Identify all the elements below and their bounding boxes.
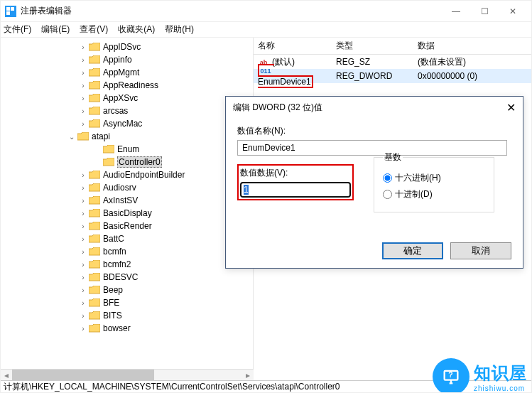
tree-horizontal-scrollbar[interactable]: ◂ ▸: [1, 369, 254, 380]
tree-item-appreadiness[interactable]: ›AppReadiness: [1, 79, 253, 92]
folder-icon: [89, 247, 100, 256]
folder-icon: [89, 222, 100, 230]
expand-toggle-icon[interactable]: ›: [77, 197, 89, 205]
scroll-thumb[interactable]: [12, 370, 154, 380]
close-button[interactable]: ✕: [499, 1, 527, 22]
menu-help[interactable]: 帮助(H): [165, 23, 194, 36]
tree-item-appinfo[interactable]: ›Appinfo: [1, 53, 253, 66]
value-type: REG_SZ: [332, 57, 413, 67]
menu-favorites[interactable]: 收藏夹(A): [118, 23, 155, 36]
expand-toggle-icon[interactable]: ›: [77, 235, 89, 243]
expand-toggle-icon[interactable]: ›: [77, 43, 89, 51]
tree-item-axinstsv[interactable]: ›AxInstSV: [1, 194, 253, 207]
folder-icon: [89, 196, 100, 205]
tree-item-label: BasicRender: [103, 221, 152, 231]
tree-item-basicrender[interactable]: ›BasicRender: [1, 220, 253, 232]
folder-icon: [89, 81, 100, 90]
radio-dec-input[interactable]: [383, 190, 392, 199]
dword-icon: 011: [260, 65, 271, 77]
tree-item-label: AudioEndpointBuilder: [103, 170, 185, 180]
folder-icon: [89, 286, 100, 294]
folder-icon: [89, 273, 100, 281]
tree-item-basicdisplay[interactable]: ›BasicDisplay: [1, 207, 253, 220]
tree-item-bits[interactable]: ›BITS: [1, 309, 253, 322]
base-group: 基数 十六进制(H) 十进制(D): [374, 151, 494, 212]
radio-hex-input[interactable]: [383, 173, 392, 183]
tree-item-enum[interactable]: Enum: [1, 143, 253, 156]
expand-toggle-icon[interactable]: ›: [77, 274, 89, 281]
folder-icon: [89, 171, 100, 179]
minimize-button[interactable]: —: [442, 1, 470, 22]
tree-item-audiosrv[interactable]: ›Audiosrv: [1, 181, 253, 194]
expand-toggle-icon[interactable]: ›: [77, 312, 89, 320]
scroll-right-arrow[interactable]: ▸: [242, 370, 254, 380]
tree-item-appmgmt[interactable]: ›AppMgmt: [1, 66, 253, 79]
expand-toggle-icon[interactable]: ›: [77, 286, 89, 294]
tree-item-controller0[interactable]: Controller0: [1, 156, 253, 168]
tree-item-beep[interactable]: ›Beep: [1, 284, 253, 296]
tree-item-atapi[interactable]: ⌄atapi: [1, 130, 253, 143]
expand-toggle-icon[interactable]: ›: [77, 69, 89, 77]
header-type[interactable]: 类型: [332, 40, 413, 52]
value-name-label: 数值名称(N):: [237, 125, 511, 137]
svg-text:?: ?: [448, 370, 454, 379]
folder-icon: [103, 145, 114, 154]
ok-button[interactable]: 确定: [382, 242, 443, 259]
maximize-button[interactable]: ☐: [470, 1, 499, 22]
dialog-close-icon[interactable]: ✕: [506, 101, 516, 114]
tree-item-bcmfn2[interactable]: ›bcmfn2: [1, 258, 253, 271]
menu-view[interactable]: 查看(V): [80, 23, 108, 36]
tree-item-arcsas[interactable]: ›arcsas: [1, 104, 253, 117]
expand-toggle-icon[interactable]: ⌄: [66, 133, 77, 141]
tree-item-bowser[interactable]: ›bowser: [1, 322, 253, 335]
folder-icon: [89, 183, 100, 192]
watermark-icon: ?: [433, 358, 469, 393]
expand-toggle-icon[interactable]: ›: [77, 261, 89, 269]
value-row[interactable]: 011EnumDevice1REG_DWORD0x00000000 (0): [254, 69, 531, 83]
expand-toggle-icon[interactable]: ›: [77, 222, 89, 230]
radio-hex[interactable]: 十六进制(H): [383, 172, 485, 184]
value-type: REG_DWORD: [332, 71, 413, 81]
folder-icon: [89, 107, 100, 115]
expand-toggle-icon[interactable]: ›: [77, 210, 89, 217]
expand-toggle-icon[interactable]: ›: [77, 299, 89, 307]
value-data-label: 数值数据(V):: [240, 167, 351, 179]
value-data: (数值未设置): [413, 56, 513, 68]
scroll-left-arrow[interactable]: ◂: [1, 370, 12, 380]
value-data: 0x00000000 (0): [413, 71, 513, 81]
tree-item-label: bowser: [103, 323, 131, 333]
tree-item-audioendpointbuilder[interactable]: ›AudioEndpointBuilder: [1, 168, 253, 181]
expand-toggle-icon[interactable]: ›: [77, 56, 89, 64]
expand-toggle-icon[interactable]: ›: [77, 325, 89, 333]
header-name[interactable]: 名称: [254, 40, 332, 52]
tree-item-bcmfn[interactable]: ›bcmfn: [1, 245, 253, 258]
expand-toggle-icon[interactable]: ›: [77, 120, 89, 128]
expand-toggle-icon[interactable]: ›: [77, 82, 89, 90]
tree-item-label: AppMgmt: [103, 68, 139, 77]
tree-item-appxsvc[interactable]: ›AppXSvc: [1, 92, 253, 104]
watermark-url: zhishiwu.com: [474, 384, 527, 392]
tree-item-label: Beep: [103, 285, 123, 295]
tree-item-appidsvc[interactable]: ›AppIDSvc: [1, 41, 253, 53]
menu-edit[interactable]: 编辑(E): [41, 23, 70, 36]
tree-item-bfe[interactable]: ›BFE: [1, 296, 253, 309]
expand-toggle-icon[interactable]: ›: [77, 184, 89, 192]
tree-item-label: AppIDSvc: [103, 42, 141, 52]
tree-item-label: AppXSvc: [103, 93, 138, 103]
menu-file[interactable]: 文件(F): [4, 23, 31, 36]
radio-dec[interactable]: 十进制(D): [383, 188, 485, 200]
expand-toggle-icon[interactable]: ›: [77, 95, 89, 102]
cancel-button[interactable]: 取消: [450, 242, 511, 259]
tree-item-label: bcmfn2: [103, 259, 131, 269]
tree-pane[interactable]: ›AppIDSvc›Appinfo›AppMgmt›AppReadiness›A…: [1, 38, 254, 382]
expand-toggle-icon[interactable]: ›: [77, 171, 89, 179]
folder-icon: [89, 94, 100, 102]
tree-item-bdesvc[interactable]: ›BDESVC: [1, 271, 253, 284]
tree-item-label: BasicDisplay: [103, 208, 152, 218]
tree-item-asyncmac[interactable]: ›AsyncMac: [1, 117, 253, 130]
header-data[interactable]: 数据: [413, 40, 513, 52]
expand-toggle-icon[interactable]: ›: [77, 107, 89, 115]
value-data-input[interactable]: [240, 182, 351, 198]
expand-toggle-icon[interactable]: ›: [77, 248, 89, 256]
tree-item-battc[interactable]: ›BattC: [1, 232, 253, 245]
